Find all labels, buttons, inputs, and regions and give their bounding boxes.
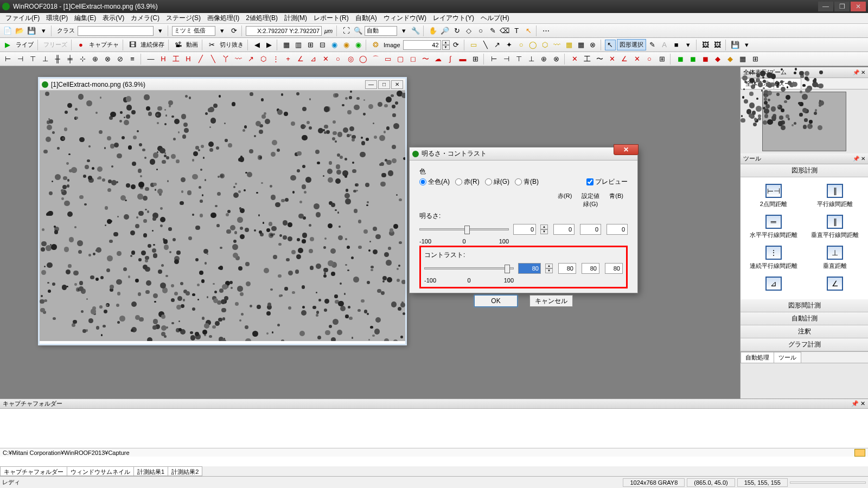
pic-icon[interactable]: 🖼 — [700, 40, 711, 50]
radio-blue[interactable]: 青(B) — [515, 177, 539, 187]
m5-icon[interactable]: ╫ — [52, 54, 63, 65]
refresh-icon[interactable]: ⟳ — [228, 25, 239, 36]
tool-7[interactable]: ⊿ — [745, 277, 802, 293]
dd4-icon[interactable]: ▾ — [742, 40, 752, 50]
shape-arc-icon[interactable]: ⌒ — [370, 54, 381, 65]
shape-free-icon[interactable]: 〜 — [420, 54, 431, 65]
img-up-icon[interactable]: ▲ — [442, 40, 450, 45]
shape-arrow-icon[interactable]: ↗ — [245, 54, 256, 65]
shape-zigzag-icon[interactable]: 〰 — [233, 54, 244, 65]
sel-arrow-icon[interactable]: ↗ — [492, 40, 503, 50]
section-auto-measure[interactable]: 自動計測 — [741, 312, 868, 325]
shape-poly-icon[interactable]: ⬡ — [258, 54, 269, 65]
color1-icon[interactable]: ◉ — [329, 40, 340, 50]
dialog-titlebar[interactable]: 明るさ・コントラスト ✕ — [410, 147, 637, 160]
shape-circ-icon[interactable]: ○ — [333, 54, 343, 65]
cube4-icon[interactable]: ◆ — [712, 54, 723, 65]
class-dd-icon[interactable]: ▾ — [155, 25, 165, 36]
shape-dots-icon[interactable]: ⋮ — [270, 54, 281, 65]
save2-icon[interactable]: 💾 — [730, 40, 741, 50]
ext4-icon[interactable]: ⊥ — [526, 54, 537, 65]
menu-camera[interactable]: カメラ(C) — [127, 12, 163, 24]
pic2-icon[interactable]: 🖼 — [712, 40, 723, 50]
arrow-icon[interactable]: ↖ — [523, 25, 534, 36]
sel-free-icon[interactable]: 〰 — [552, 40, 563, 50]
cube1-icon[interactable]: ◼ — [675, 54, 686, 65]
tool-vertical[interactable]: ⊥垂直距離 — [807, 246, 864, 270]
capture-label[interactable]: キャプチャ — [87, 41, 120, 49]
magnify-icon[interactable]: 🔎 — [439, 25, 450, 36]
sel-line-icon[interactable]: ╲ — [480, 40, 491, 50]
zoom-input[interactable] — [365, 26, 397, 36]
calc-o-icon[interactable]: ○ — [644, 54, 655, 65]
tool-icon[interactable]: 🔧 — [410, 25, 421, 36]
m11-icon[interactable]: ≡ — [127, 54, 138, 65]
text-icon[interactable]: T — [511, 25, 522, 36]
brightness-down-icon[interactable]: ▼ — [540, 229, 548, 234]
radio-green[interactable]: 緑(G) — [485, 177, 509, 187]
menu-measure[interactable]: 計測(M) — [281, 12, 310, 24]
rotate-icon[interactable]: ↻ — [451, 25, 462, 36]
shape-rect-icon[interactable]: ▭ — [382, 54, 393, 65]
cube2-icon[interactable]: ◼ — [687, 54, 698, 65]
open-icon[interactable]: 📂 — [14, 25, 25, 36]
menu-view[interactable]: 表示(V) — [99, 12, 127, 24]
dd2-icon[interactable]: ▾ — [216, 25, 227, 36]
sel-ellipse-icon[interactable]: ◯ — [528, 40, 539, 50]
record-icon[interactable]: ● — [75, 40, 86, 50]
menu-auto[interactable]: 自動(A) — [352, 12, 380, 24]
pin2-icon[interactable]: 📌 ✕ — [853, 156, 865, 162]
ext1-icon[interactable]: ⊢ — [488, 54, 499, 65]
hand-icon[interactable]: ✋ — [427, 25, 438, 36]
pencil-icon[interactable]: ✎ — [487, 25, 498, 36]
radio-green-input[interactable] — [485, 178, 492, 185]
tool-8[interactable]: ∠ — [807, 277, 864, 293]
sel-circ-icon[interactable]: ○ — [516, 40, 527, 50]
minimize-button[interactable]: — — [818, 2, 833, 11]
dropdown-icon[interactable]: ▾ — [38, 25, 49, 36]
calc-angle-icon[interactable]: ∠ — [619, 54, 630, 65]
shape-line-icon[interactable]: — — [145, 54, 156, 65]
live-label[interactable]: ライブ — [14, 41, 35, 49]
m4-icon[interactable]: ⊥ — [40, 54, 50, 65]
refresh2-icon[interactable]: ⟳ — [451, 40, 462, 50]
shape-select-label[interactable]: 図形選択 — [617, 39, 646, 50]
shape-h-icon[interactable]: H — [158, 54, 169, 65]
shape-grid-icon[interactable]: ⊞ — [470, 54, 481, 65]
tab-tool[interactable]: ツール — [774, 352, 801, 363]
cancel-button[interactable]: キャンセル — [529, 295, 573, 307]
eraser-icon[interactable]: ⌫ — [499, 25, 510, 36]
tool-2point[interactable]: ⊢⊣2点間距離 — [745, 184, 802, 208]
ext6-icon[interactable]: ⊗ — [551, 54, 561, 65]
cube3-icon[interactable]: ◼ — [700, 54, 711, 65]
sel-rect-icon[interactable]: ▭ — [468, 40, 479, 50]
preview-checkbox[interactable]: プレビュー — [586, 177, 628, 187]
movie-label[interactable]: 動画 — [184, 41, 200, 49]
m1-icon[interactable]: ⊢ — [2, 54, 13, 65]
pin3-icon[interactable]: 📌 ✕ — [851, 400, 865, 407]
shape-angle-icon[interactable]: ∠ — [295, 54, 306, 65]
calc-s-icon[interactable]: 〜 — [594, 54, 605, 65]
save-icon[interactable]: 💾 — [26, 25, 37, 36]
zoom-icon[interactable]: 🔍 — [353, 25, 363, 36]
fwd-icon[interactable]: ▶ — [264, 40, 275, 50]
brightness-value-input[interactable] — [513, 224, 536, 235]
shape-diag-icon[interactable]: ╱ — [195, 54, 206, 65]
shape-angle2-icon[interactable]: ⊿ — [308, 54, 318, 65]
shape-oval-icon[interactable]: ◯ — [358, 54, 368, 65]
img-down-icon[interactable]: ▼ — [442, 45, 450, 50]
layers-icon[interactable]: ❂ — [370, 40, 381, 50]
contrast-down-icon[interactable]: ▼ — [545, 268, 553, 273]
tab-thumbnails[interactable]: ウィンドウサムネイル — [67, 466, 134, 476]
menu-binary[interactable]: 2値処理(B) — [242, 12, 281, 24]
calc-x-icon[interactable]: ✕ — [569, 54, 580, 65]
ext2-icon[interactable]: ⊣ — [501, 54, 512, 65]
tab-result2[interactable]: 計測結果2 — [168, 466, 202, 476]
calc-x3-icon[interactable]: ✕ — [631, 54, 642, 65]
close-button[interactable]: ✕ — [851, 2, 866, 11]
grid2-icon[interactable]: ▥ — [293, 40, 304, 50]
m2-icon[interactable]: ⊣ — [15, 54, 25, 65]
grid1-icon[interactable]: ▦ — [281, 40, 292, 50]
shape-rr-icon[interactable]: ◻ — [407, 54, 418, 65]
preview-check-input[interactable] — [586, 178, 593, 185]
